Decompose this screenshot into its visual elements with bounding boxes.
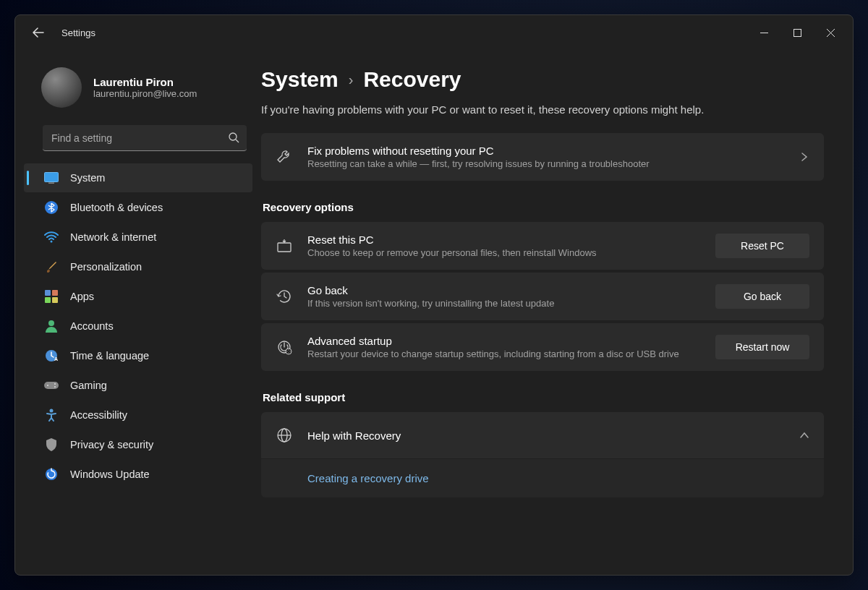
sidebar-item-label: Network & internet [70,231,156,243]
svg-rect-9 [52,297,58,303]
breadcrumb: System › Recovery [261,67,824,92]
sidebar-item-apps[interactable]: Apps [24,282,252,311]
breadcrumb-current: Recovery [363,67,461,92]
close-icon [827,29,835,37]
fix-problems-card[interactable]: Fix problems without resetting your PC R… [261,133,824,181]
sidebar-item-gaming[interactable]: Gaming [24,371,252,400]
chevron-right-icon [799,152,809,162]
nav: System Bluetooth & devices Network & int… [18,163,258,563]
sidebar-item-privacy[interactable]: Privacy & security [24,430,252,459]
power-settings-icon [276,338,293,356]
shield-icon [44,437,59,452]
chevron-up-icon [799,430,809,440]
bluetooth-icon [44,200,59,215]
wrench-icon [276,148,293,166]
search-container [43,125,247,151]
back-button[interactable] [27,21,50,44]
maximize-button[interactable] [780,21,814,44]
sidebar-item-time[interactable]: A Time & language [24,341,252,370]
restart-now-button[interactable]: Restart now [715,335,809,359]
apps-icon [44,289,59,304]
user-name: Laurentiu Piron [93,76,197,88]
sidebar-item-system[interactable]: System [24,163,252,192]
card-desc: Restart your device to change startup se… [307,349,715,359]
breadcrumb-root[interactable]: System [261,67,339,92]
svg-rect-6 [45,290,51,296]
minimize-icon [760,29,768,37]
sidebar-item-label: Accessibility [70,409,127,421]
sidebar-item-label: Windows Update [70,469,150,480]
titlebar: Settings [15,15,853,50]
section-heading-support: Related support [263,391,824,403]
svg-rect-19 [278,243,291,252]
avatar [41,67,82,108]
window-controls [747,21,847,44]
update-icon [44,467,59,482]
svg-point-5 [51,241,53,243]
minimize-button[interactable] [747,21,780,44]
history-icon [276,288,293,305]
sidebar-item-label: Apps [70,291,94,302]
card-title: Reset this PC [307,234,715,246]
advanced-startup-card: Advanced startup Restart your device to … [261,323,824,371]
recovery-drive-link[interactable]: Creating a recovery drive [261,459,824,497]
card-title: Help with Recovery [307,429,799,442]
card-title: Advanced startup [307,335,715,347]
system-icon [44,171,59,185]
reset-pc-card: Reset this PC Choose to keep or remove y… [261,222,824,270]
settings-window: Settings Laurentiu Piron laurentiu.piron… [14,14,854,576]
accessibility-icon [44,408,59,422]
svg-point-1 [229,133,237,140]
sidebar-item-label: System [70,172,105,184]
sidebar-item-personalization[interactable]: Personalization [24,252,252,281]
globe-help-icon [276,427,293,444]
close-button[interactable] [814,21,847,44]
svg-rect-2 [45,173,59,182]
card-desc: Choose to keep or remove your personal f… [307,247,715,258]
chevron-right-icon: › [349,72,354,88]
maximize-icon [793,29,801,37]
reset-pc-button[interactable]: Reset PC [715,234,809,258]
window-title: Settings [61,27,95,38]
svg-rect-8 [45,297,51,303]
page-subtitle: If you're having problems with your PC o… [261,103,824,116]
sidebar-item-label: Personalization [70,261,142,273]
clock-icon: A [44,349,59,363]
svg-rect-3 [48,183,54,184]
person-icon [44,319,59,333]
search-input[interactable] [43,125,247,151]
sidebar-item-update[interactable]: Windows Update [24,460,252,489]
sidebar-item-bluetooth[interactable]: Bluetooth & devices [24,193,252,222]
card-desc: Resetting can take a while — first, try … [307,158,799,169]
sidebar: Laurentiu Piron laurentiu.piron@live.com… [15,50,261,575]
sidebar-item-accounts[interactable]: Accounts [24,312,252,341]
card-title: Go back [307,284,715,296]
svg-point-10 [48,320,54,326]
svg-point-15 [54,383,56,385]
gaming-icon [44,378,59,393]
card-desc: If this version isn't working, try unins… [307,298,715,309]
sidebar-item-label: Time & language [70,350,149,362]
svg-point-14 [47,385,48,386]
sidebar-item-label: Gaming [70,380,107,391]
svg-rect-13 [44,382,59,389]
card-title: Fix problems without resetting your PC [307,145,799,157]
svg-rect-7 [52,290,58,296]
user-email: laurentiu.piron@live.com [93,88,197,99]
svg-point-16 [54,386,56,388]
sidebar-item-network[interactable]: Network & internet [24,223,252,252]
go-back-card: Go back If this version isn't working, t… [261,273,824,320]
section-heading-recovery: Recovery options [263,201,824,213]
svg-text:A: A [54,356,58,362]
svg-point-21 [286,349,292,354]
content: System › Recovery If you're having probl… [261,50,853,575]
search-icon [228,132,239,143]
svg-point-17 [50,409,54,413]
arrow-left-icon [33,27,44,38]
sidebar-item-accessibility[interactable]: Accessibility [24,401,252,429]
svg-rect-0 [793,29,801,36]
user-profile[interactable]: Laurentiu Piron laurentiu.piron@live.com [18,61,258,119]
go-back-button[interactable]: Go back [715,284,809,309]
help-recovery-card[interactable]: Help with Recovery [261,412,824,458]
sidebar-item-label: Accounts [70,320,114,332]
